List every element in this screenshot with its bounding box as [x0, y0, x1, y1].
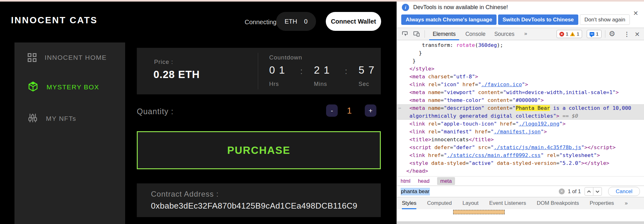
quantity-increase-button[interactable]: +: [365, 104, 376, 117]
price-value: 0.28 ETH: [153, 69, 200, 81]
styles-pane-tabs: Styles Computed Layout Event Listeners D…: [397, 197, 644, 210]
eth-balance-value: 0: [304, 18, 308, 25]
code-line[interactable]: <link rel="icon" href="./favicon.ico">: [397, 81, 644, 88]
breadcrumb: html head meta: [397, 176, 644, 186]
contract-panel: Contract Address : 0xbabe3dEc32FA870b412…: [137, 183, 381, 217]
sidebar-item-label: MYSTERY BOX: [47, 83, 99, 91]
info-icon: i: [402, 4, 409, 11]
sidebar-item-label: INNOCENT HOME: [45, 54, 107, 61]
code-line[interactable]: </style>: [397, 65, 644, 73]
code-line[interactable]: <link rel="manifest" href="./manifest.js…: [397, 128, 644, 136]
more-tabs-icon[interactable]: »: [524, 31, 527, 37]
countdown-minutes-unit: Mins: [314, 81, 334, 87]
panel-divider: [258, 53, 258, 89]
code-line[interactable]: algorithmically generated digital collec…: [397, 112, 644, 120]
code-line[interactable]: <link href="./static/css/main.afff0992.c…: [397, 151, 644, 159]
countdown-hours-unit: Hrs: [269, 81, 289, 87]
sidebar-item-mystery-box[interactable]: MYSTERY BOX: [28, 81, 99, 93]
purchase-button[interactable]: PURCHASE: [137, 131, 381, 169]
switch-devtools-chinese-button[interactable]: Switch DevTools to Chinese: [498, 14, 578, 25]
styles-pane-content: [397, 209, 644, 221]
clear-search-icon[interactable]: ✕: [559, 188, 565, 194]
code-line[interactable]: }: [397, 57, 644, 65]
gear-icon[interactable]: ⚙: [609, 30, 615, 38]
dapp-page: INNOCENT CATS Connecting... ETH 0 Connec…: [0, 0, 397, 224]
notification-buttons: Always match Chrome's language Switch De…: [401, 14, 630, 25]
error-icon: ✕: [559, 32, 564, 36]
countdown-hours: 01 Hrs: [269, 64, 289, 87]
gutter-more-icon[interactable]: ⋯: [398, 104, 401, 112]
code-line[interactable]: <style data-styled="active" data-styled-…: [397, 159, 644, 167]
sliders-icon: [28, 113, 38, 125]
console-status-badge[interactable]: ✕ 1 ! 1: [557, 30, 582, 38]
tab-sources[interactable]: Sources: [492, 28, 517, 40]
eth-balance-pill[interactable]: ETH 0: [276, 12, 316, 31]
search-input[interactable]: phanta bear: [401, 188, 430, 195]
notification-close-icon[interactable]: ✕: [633, 9, 638, 17]
device-toolbar-icon[interactable]: [413, 31, 420, 39]
grid-icon: [28, 53, 36, 62]
toolbar-divider: [605, 30, 605, 38]
tab-layout[interactable]: Layout: [463, 197, 479, 209]
contract-address-value: 0xbabe3dEc32FA870b4125B9cAd1CEa498DCB116…: [151, 201, 358, 211]
sidebar-item-label: MY NFTs: [46, 115, 76, 122]
quantity-decrease-button[interactable]: -: [326, 104, 338, 117]
tab-elements[interactable]: Elements: [429, 28, 459, 40]
dom-search-bar[interactable]: phanta bear ✕ 1 of 1 Cancel: [397, 186, 644, 197]
previous-match-button[interactable]: [585, 187, 593, 196]
element-highlight-box: [453, 210, 505, 214]
code-line[interactable]: <title>innocentcats</title>: [397, 136, 644, 143]
connect-wallet-button[interactable]: Connect Wallet: [326, 12, 381, 31]
issues-badge[interactable]: 1: [587, 30, 602, 38]
countdown-colon: :: [300, 67, 303, 87]
code-line[interactable]: }: [397, 49, 644, 57]
kebab-menu-icon[interactable]: ⋮: [624, 31, 630, 38]
sidebar: INNOCENT HOME MYSTERY BOX: [14, 42, 125, 224]
quantity-label: Quantity :: [137, 107, 174, 116]
tab-event-listeners[interactable]: Event Listeners: [489, 197, 526, 209]
drawer-edge: [397, 221, 644, 224]
code-line[interactable]: <meta name="viewport" content="width=dev…: [397, 88, 644, 96]
devtools-close-icon[interactable]: ✕: [635, 31, 640, 38]
cube-icon: [28, 81, 38, 93]
breadcrumb-head[interactable]: head: [418, 178, 430, 184]
countdown: 01 Hrs : 21 Mins : 57 Sec: [269, 64, 378, 87]
cancel-search-button[interactable]: Cancel: [608, 187, 640, 196]
tab-computed[interactable]: Computed: [427, 197, 452, 209]
eth-label: ETH: [285, 18, 297, 25]
code-line[interactable]: <link rel="apple-touch-icon" href="./log…: [397, 120, 644, 128]
code-line[interactable]: <script defer="defer" src="./static/js/m…: [397, 143, 644, 151]
breadcrumb-html[interactable]: html: [401, 178, 410, 184]
devtools-toolbar: Elements Console Sources » ✕ 1 ! 1 1 ⚙ ⋮…: [397, 28, 644, 40]
code-line[interactable]: ⋯ <meta name="description" content="Phan…: [397, 104, 644, 112]
code-line[interactable]: <meta charset="utf-8">: [397, 73, 644, 81]
sidebar-item-my-nfts[interactable]: MY NFTs: [28, 112, 76, 125]
code-line[interactable]: </head>: [397, 167, 644, 175]
tab-dom-breakpoints[interactable]: DOM Breakpoints: [537, 197, 579, 209]
issue-count: 1: [596, 31, 599, 37]
code-line[interactable]: <meta name="theme-color" content="#00000…: [397, 96, 644, 104]
match-chrome-language-button[interactable]: Always match Chrome's language: [401, 14, 497, 25]
price-label: Price :: [154, 59, 173, 65]
dont-show-again-button[interactable]: Don't show again: [580, 14, 630, 25]
tab-styles[interactable]: Styles: [402, 197, 416, 209]
next-match-button[interactable]: [593, 187, 602, 196]
code-line[interactable]: transform: rotate(360deg);: [397, 41, 644, 49]
toolbar-divider: [425, 30, 425, 38]
countdown-colon: :: [345, 67, 347, 87]
countdown-minutes: 21 Mins: [314, 64, 334, 87]
breadcrumb-meta[interactable]: meta: [437, 177, 455, 185]
warning-icon: !: [570, 32, 575, 36]
tab-console[interactable]: Console: [463, 28, 488, 40]
inspect-element-icon[interactable]: [401, 30, 408, 39]
countdown-label: Countdown: [269, 54, 302, 61]
countdown-seconds: 57 Sec: [358, 64, 378, 87]
window-top-edge: [0, 0, 644, 2]
sidebar-item-innocent-home[interactable]: INNOCENT HOME: [28, 51, 107, 64]
tab-properties[interactable]: Properties: [590, 197, 614, 209]
screenshot-root: INNOCENT CATS Connecting... ETH 0 Connec…: [0, 0, 644, 224]
warning-count: 1: [577, 31, 580, 37]
issues-flag-icon: [590, 32, 594, 36]
devtools-panel: i DevTools is now available in Chinese! …: [397, 0, 644, 224]
more-panel-tabs-icon[interactable]: »: [625, 197, 628, 209]
